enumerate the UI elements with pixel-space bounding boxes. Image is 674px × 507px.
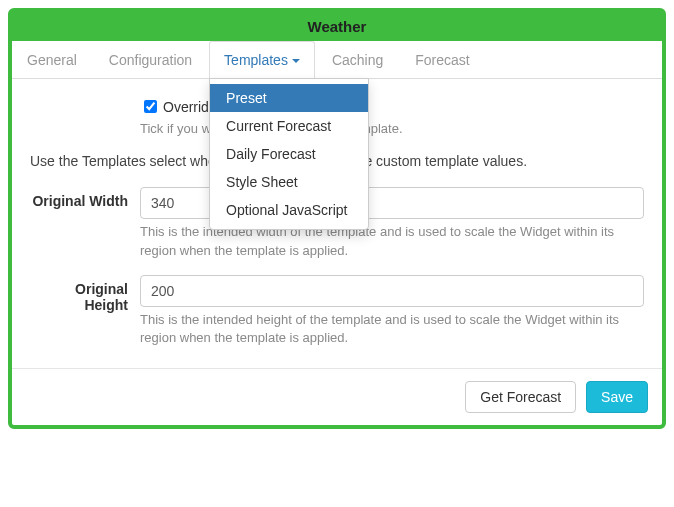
- dropdown-item-label: Daily Forecast: [226, 146, 315, 162]
- get-forecast-button[interactable]: Get Forecast: [465, 381, 576, 413]
- tab-configuration[interactable]: Configuration: [94, 41, 207, 78]
- dropdown-item-current-forecast[interactable]: Current Forecast: [210, 112, 368, 140]
- dropdown-item-preset[interactable]: Preset: [210, 84, 368, 112]
- dropdown-item-optional-javascript[interactable]: Optional JavaScript: [210, 196, 368, 224]
- height-label: Original Height: [30, 275, 140, 349]
- override-checkbox[interactable]: [144, 100, 157, 113]
- tab-label: General: [27, 52, 77, 68]
- dropdown-item-label: Style Sheet: [226, 174, 298, 190]
- empty-label: [30, 93, 140, 139]
- dropdown-item-style-sheet[interactable]: Style Sheet: [210, 168, 368, 196]
- tab-general[interactable]: General: [12, 41, 92, 78]
- tab-bar: General Configuration Templates Preset C…: [12, 41, 662, 79]
- chevron-down-icon: [292, 59, 300, 63]
- weather-panel: Weather General Configuration Templates …: [8, 8, 666, 429]
- tab-label: Templates: [224, 52, 288, 68]
- height-help: This is the intended height of the templ…: [140, 311, 644, 349]
- height-row: Original Height This is the intended hei…: [30, 275, 644, 349]
- dropdown-item-daily-forecast[interactable]: Daily Forecast: [210, 140, 368, 168]
- tab-label: Configuration: [109, 52, 192, 68]
- panel-title: Weather: [12, 12, 662, 41]
- dropdown-item-label: Preset: [226, 90, 266, 106]
- templates-dropdown: Preset Current Forecast Daily Forecast S…: [209, 78, 369, 230]
- panel-footer: Get Forecast Save: [12, 368, 662, 425]
- width-label: Original Width: [30, 187, 140, 261]
- original-height-input[interactable]: [140, 275, 644, 307]
- save-button[interactable]: Save: [586, 381, 648, 413]
- tab-templates[interactable]: Templates Preset Current Forecast Daily …: [209, 41, 315, 78]
- dropdown-item-label: Optional JavaScript: [226, 202, 347, 218]
- dropdown-item-label: Current Forecast: [226, 118, 331, 134]
- tab-caching[interactable]: Caching: [317, 41, 398, 78]
- tab-label: Forecast: [415, 52, 469, 68]
- tab-forecast[interactable]: Forecast: [400, 41, 484, 78]
- tab-label: Caching: [332, 52, 383, 68]
